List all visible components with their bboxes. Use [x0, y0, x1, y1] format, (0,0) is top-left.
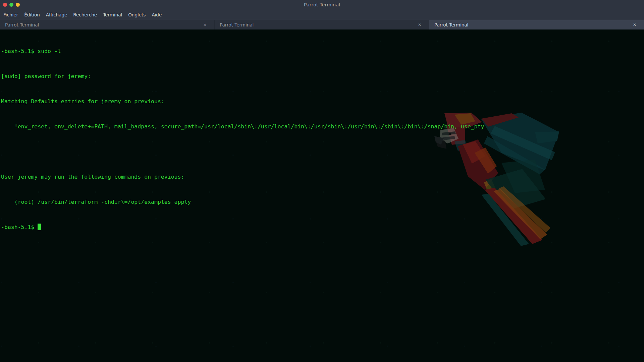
- tab-close-icon[interactable]: ✕: [417, 23, 422, 27]
- terminal-line: [1, 147, 644, 156]
- tab-close-icon[interactable]: ✕: [203, 23, 207, 27]
- tab-bar: Parrot Terminal ✕ Parrot Terminal ✕ Parr…: [0, 20, 644, 29]
- tab-label: Parrot Terminal: [434, 22, 468, 27]
- tab-parrot-terminal-1[interactable]: Parrot Terminal ✕: [0, 20, 215, 29]
- titlebar: Parrot Terminal: [0, 0, 644, 9]
- tab-parrot-terminal-2[interactable]: Parrot Terminal ✕: [215, 20, 429, 29]
- terminal-line: !env_reset, env_delete+=PATH, mail_badpa…: [1, 122, 644, 131]
- terminal-line: User jeremy may run the following comman…: [1, 173, 644, 181]
- tab-close-icon[interactable]: ✕: [632, 23, 637, 27]
- tab-parrot-terminal-3[interactable]: Parrot Terminal ✕: [429, 20, 644, 29]
- menu-item-fichier[interactable]: Fichier: [0, 10, 21, 19]
- terminal-screen[interactable]: -bash-5.1$ sudo -l [sudo] password for j…: [0, 29, 644, 362]
- menu-item-edition[interactable]: Édition: [21, 10, 43, 19]
- menu-item-aide[interactable]: Aide: [149, 10, 165, 19]
- menu-item-onglets[interactable]: Onglets: [125, 10, 149, 19]
- menu-item-affichage[interactable]: Affichage: [43, 10, 70, 19]
- terminal-line: (root) /usr/bin/terraform -chdir\=/opt/e…: [1, 198, 644, 206]
- tab-label: Parrot Terminal: [5, 22, 39, 27]
- tab-label: Parrot Terminal: [220, 22, 254, 27]
- menu-item-terminal[interactable]: Terminal: [100, 10, 125, 19]
- terminal-output: -bash-5.1$ sudo -l [sudo] password for j…: [0, 29, 644, 248]
- menubar: Fichier Édition Affichage Recherche Term…: [0, 9, 644, 20]
- terminal-prompt: -bash-5.1$: [1, 224, 38, 230]
- terminal-cursor: [38, 224, 41, 230]
- menu-item-recherche[interactable]: Recherche: [70, 10, 100, 19]
- terminal-line: [sudo] password for jeremy:: [1, 72, 644, 80]
- window-title: Parrot Terminal: [0, 0, 644, 9]
- terminal-prompt-line: -bash-5.1$: [1, 223, 644, 231]
- terminal-line: -bash-5.1$ sudo -l: [1, 47, 644, 55]
- terminal-line: Matching Defaults entries for jeremy on …: [1, 97, 644, 106]
